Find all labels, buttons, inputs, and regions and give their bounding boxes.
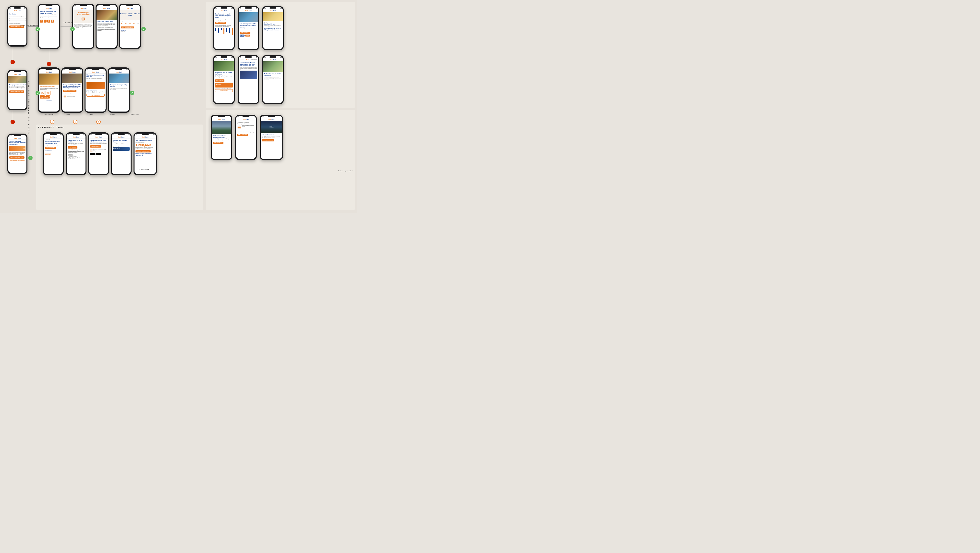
- adjust-account-link[interactable]: Adjust your account?: [45, 150, 62, 151]
- five-k-text: You have 5,000 American Airlines AAdvant…: [40, 88, 58, 90]
- total-rewards-content: Total Rewards Miles Update Total Reward …: [135, 139, 156, 157]
- mobile-field[interactable]: [9, 20, 25, 21]
- motivates-label: What motivates you to save with Bask Ban…: [97, 29, 116, 32]
- view-statement-btn[interactable]: VIEW STATEMENT: [45, 147, 56, 149]
- contact-label: Contact Us: [40, 99, 58, 101]
- milestone-btn[interactable]: Milestone Account: [86, 94, 105, 97]
- phone-header: Bask Bank: [8, 9, 27, 12]
- phone-statement: 9:41●●● Bask Bank Bask Bank Customer, Yo…: [43, 132, 64, 175]
- logo-b-8: Bask: [69, 71, 72, 73]
- complete-app-btn[interactable]: COMPLETE APPLICATION: [9, 91, 24, 92]
- mountain-img: [212, 121, 231, 134]
- apple-store[interactable]: ▶ App Store: [90, 153, 95, 155]
- discover-text: Discover ways to earn more AAdvantage® m…: [237, 122, 255, 124]
- open-account-btn[interactable]: OPEN AN ACCOUNT: [215, 89, 233, 92]
- success-img: [109, 73, 129, 83]
- adhoc-5-content: 6 Reasons Earning Miles For Your Emergen…: [239, 61, 258, 81]
- adhoc-3-text: Take advantage of our bonus offers and m…: [264, 25, 282, 27]
- google-play[interactable]: ▶ Google Play: [95, 153, 101, 155]
- updates-label: Updates to the following sections of our…: [68, 150, 84, 153]
- rate-experience-btn[interactable]: RATE YOUR EXPERIENCE: [121, 27, 134, 29]
- email-field[interactable]: [9, 18, 25, 19]
- header-5: Bask Bank: [120, 7, 140, 10]
- view-transactions-btn[interactable]: VIEW ALL TRANSACTIONS: [135, 150, 151, 153]
- phone-adhoc-2: 9:41●●● Bask Bank Soar to even greater h…: [238, 6, 259, 50]
- logo-a6-b: Bask: [270, 59, 273, 61]
- make-deposit-rainy-btn[interactable]: MAKE A DEPOSIT: [213, 142, 223, 144]
- check-2: ✓: [70, 27, 75, 31]
- welcome-title: Welcome to Bask Bank, the smarter way to…: [40, 11, 58, 14]
- status-bar: 9:41●●●: [8, 7, 27, 9]
- pickup-img: [8, 76, 27, 83]
- bask-offers-text: Deposit $5,000, earn 5,000 AAdvantage® m…: [215, 88, 233, 89]
- make-deposit-btn-1[interactable]: MAKE A DEPOSIT: [215, 22, 226, 24]
- make-deposit-btn-2[interactable]: MAKE A DEPOSIT: [240, 32, 250, 34]
- phone-welcome: 9:41●●● Bask Bank Welcome to Bask Bank, …: [38, 4, 60, 49]
- phone-adhoc-5-screen: 9:41●●● My Account Bask NEWS & UPDATES 6…: [239, 56, 258, 103]
- success-text: Bucket List Destinations. Choose "Bucket…: [110, 88, 128, 91]
- adhoc-4-text: With a Bask Savings Account, you earn mo…: [215, 75, 233, 79]
- trendline-text: Trendline, help us get to know you bette…: [97, 27, 116, 28]
- logo-b-3: Bask: [80, 8, 83, 9]
- phone-survey-screen: 9:41●●● Bask Bank What type of trips are…: [86, 69, 106, 112]
- adhoc-1-content: Trendline, make a deposit today to start…: [214, 12, 234, 36]
- secure-content: Keeping Your Account Secure Security Not…: [112, 139, 130, 152]
- h-r3: Bask Bank: [261, 118, 282, 121]
- progress-btn[interactable]: PROGRESS TO NEXT STEP: [9, 156, 24, 159]
- fingerprint-row: 🔐 Email your login: [113, 146, 130, 147]
- sb-sec1: 9:41●●●: [112, 134, 130, 135]
- status-bar-2: 9:41●●●: [39, 5, 59, 7]
- view-updates-btn[interactable]: VIEW UPDATES: [68, 147, 78, 148]
- link-account-btn[interactable]: LINK ACCOUNT: [40, 96, 50, 99]
- sb-r2: 9:41●●●: [236, 116, 256, 118]
- logo-r3-bank: Bank: [272, 119, 274, 120]
- destination-q: Do you have a destination in mind?: [242, 125, 255, 130]
- logo-bank-4: Bank: [107, 8, 110, 9]
- schedule-btn[interactable]: SCHEDULE A LEARN: [262, 139, 274, 142]
- phone-rainy-1: 9:41●●● Bask Bank Matt has interests bey…: [211, 115, 232, 160]
- status-bar-4: 9:41●●●: [97, 5, 117, 7]
- sb-a1: 9:41●●●: [214, 7, 234, 9]
- sb-t1: 9:41●●●: [67, 134, 86, 135]
- statement-title: Your statement is ready to view in your …: [45, 141, 62, 144]
- phone-pickup-screen: 9:41●●● Bask Bank Pick up right where yo…: [8, 71, 27, 109]
- lets-run-text: Need help discovering how to earn more A…: [262, 136, 281, 138]
- h-a5: My Account Bask NEWS & UPDATES: [239, 58, 258, 61]
- benefit-icons: ★ ✈ $ ⬆: [40, 20, 58, 22]
- phone-aadvantage: 9:41●●● Bask Bank AAdvantage®Miles > Int…: [72, 4, 94, 49]
- star-4: ★: [133, 22, 135, 25]
- adhoc-3-img: [263, 12, 283, 21]
- logo-r1-bank: Bank: [222, 119, 225, 120]
- pickup-title: Pick up right where you left off: [9, 84, 25, 86]
- adhoc-2-content: Soar to even greater heights by increasi…: [239, 22, 258, 38]
- rainy-3-img-text: ✈ Miles: [269, 126, 274, 128]
- fund-account-btn[interactable]: FUND YOUR ACCOUNT: [63, 90, 76, 92]
- phone-adhoc-6: 9:41●●● Bask Bank The More You Save, the…: [262, 55, 284, 104]
- app-store-label[interactable]: 5 App Store: [139, 169, 149, 171]
- savings-goal-title: What's your savings goal?: [97, 21, 116, 22]
- savings-goal-img: [97, 10, 117, 20]
- h-a3: Bask Bank: [263, 9, 283, 12]
- sb-tr1: 2:55●●●: [135, 134, 156, 135]
- bar-3: [221, 28, 222, 30]
- view-doc-btn[interactable]: VIEW DOCUMENT: [90, 145, 101, 148]
- refresh-1: ↻: [50, 120, 54, 124]
- aadvantage-title: AAdvantage®Miles > Interest: [77, 12, 90, 16]
- adhoc-3-title: Save Now, Fly Later: [264, 23, 282, 25]
- phone-savings-goal: 9:41●●● Bask Bank What's your savings go…: [95, 4, 118, 49]
- h-a1: Bask Bank: [214, 9, 234, 12]
- status-bar-trendline: 12:47●●: [8, 135, 27, 137]
- make-deposit-rainy-2[interactable]: MAKE A DEPOSIT: [237, 134, 248, 136]
- sb-d1: 9:41●●●: [89, 134, 108, 135]
- adhoc-5-img: [240, 70, 257, 79]
- trendline-title: Trendline, you're a few minutes away fro…: [9, 141, 25, 145]
- logo-s1-bank: Bank: [53, 136, 56, 138]
- my-acct-label: My Account: [240, 59, 244, 60]
- phone-adhoc-6-screen: 9:41●●● Bask Bank The More You Save, the…: [263, 56, 283, 103]
- total-rewards-text: AAdvantage® Miles can accrue daily and a…: [135, 147, 155, 149]
- amount-2: 10,000: [245, 35, 250, 37]
- logo-bank-3: Bank: [84, 8, 86, 9]
- logo-bank-trendline: Bank: [18, 137, 21, 139]
- deposit-content: Make your initial deposit of $1,000 and …: [62, 83, 82, 99]
- get-started-btn[interactable]: GET STARTED: [215, 80, 224, 81]
